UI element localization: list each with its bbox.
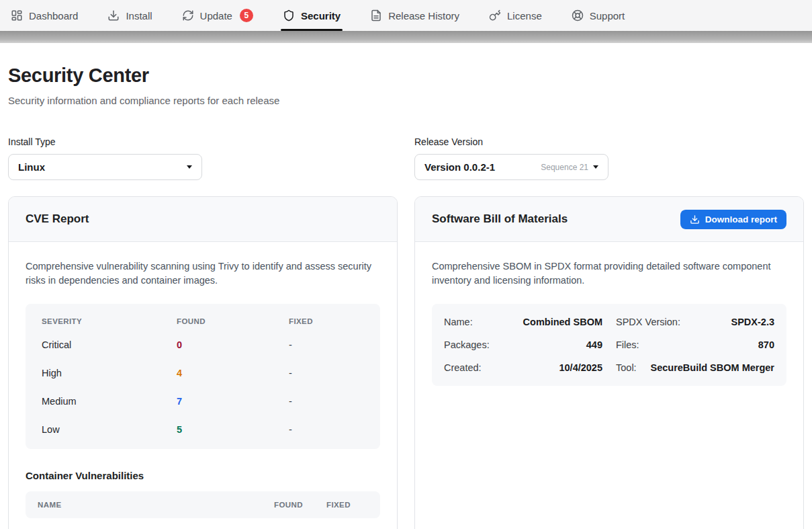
container-vulnerabilities-title: Container Vulnerabilities	[26, 470, 380, 481]
detail-label: Files:	[616, 339, 639, 350]
page-subtitle: Security information and compliance repo…	[8, 95, 804, 106]
detail-value: SPDX-2.3	[731, 317, 774, 327]
install-type-select[interactable]: Linux	[8, 154, 202, 180]
nav-item-release-history[interactable]: Release History	[370, 0, 459, 31]
severity-table-header: Severity Found Fixed	[26, 308, 380, 331]
nav-label: Update	[200, 10, 232, 22]
severity-label: High	[42, 368, 177, 378]
found-count: 7	[177, 396, 289, 407]
found-count: 5	[177, 424, 289, 435]
table-row-high: High 4 -	[26, 359, 380, 387]
sbom-detail-created: Created: 10/4/2025	[444, 356, 602, 379]
release-version-select[interactable]: Version 0.0.2-1 Sequence 21	[414, 154, 608, 180]
download-icon	[107, 9, 120, 22]
sbom-detail-spdx-version: SPDX Version: SPDX-2.3	[616, 311, 774, 333]
refresh-icon	[182, 9, 194, 22]
detail-value: Combined SBOM	[523, 317, 602, 327]
install-type-label: Install Type	[8, 136, 398, 147]
release-version-label: Release Version	[414, 136, 804, 147]
security-center-page: Security Center Security information and…	[0, 43, 812, 529]
nav-label: Release History	[388, 10, 459, 22]
sbom-card-header: Software Bill of Materials Download repo…	[415, 197, 803, 242]
col-found: Found	[177, 317, 289, 325]
detail-value: 870	[758, 339, 774, 350]
nav-item-dashboard[interactable]: Dashboard	[11, 0, 78, 31]
install-type-filter: Install Type Linux	[8, 136, 398, 180]
sbom-card-title: Software Bill of Materials	[432, 212, 568, 226]
release-version-value: Version 0.0.2-1	[424, 161, 495, 173]
col-name: Name	[38, 501, 274, 509]
detail-label: Packages:	[444, 339, 490, 350]
severity-label: Critical	[42, 339, 177, 350]
nav-item-security[interactable]: Security	[283, 0, 341, 31]
found-count: 0	[177, 339, 289, 350]
nav-label: Support	[590, 10, 625, 22]
container-vulnerabilities-header: Name Found Fixed	[26, 491, 380, 518]
download-report-button[interactable]: Download report	[680, 210, 786, 229]
chevron-down-icon	[593, 165, 598, 169]
col-severity: Severity	[42, 317, 177, 325]
nav-item-install[interactable]: Install	[107, 0, 152, 31]
severity-label: Medium	[42, 396, 177, 407]
detail-value: 10/4/2025	[559, 362, 602, 373]
fixed-count: -	[289, 396, 364, 407]
document-icon	[370, 9, 382, 22]
table-row-critical: Critical 0 -	[26, 331, 380, 359]
sequence-meta: Sequence 21	[541, 163, 588, 172]
update-count-badge: 5	[240, 9, 253, 22]
release-version-filter: Release Version Version 0.0.2-1 Sequence…	[414, 136, 804, 180]
chevron-down-icon	[187, 165, 192, 169]
detail-label: Created:	[444, 362, 482, 373]
found-count: 4	[177, 368, 289, 378]
nav-shadow-band	[0, 31, 812, 43]
sbom-detail-name: Name: Combined SBOM	[444, 311, 602, 333]
life-buoy-icon	[572, 9, 584, 22]
cve-report-card: CVE Report Comprehensive vulnerability s…	[8, 196, 398, 529]
cve-description: Comprehensive vulnerability scanning usi…	[26, 259, 375, 288]
top-navigation: Dashboard Install Update 5 Security Rele…	[0, 0, 812, 31]
nav-label: Security	[301, 10, 341, 22]
sbom-card: Software Bill of Materials Download repo…	[414, 196, 804, 529]
cve-card-title: CVE Report	[26, 212, 89, 226]
report-cards: CVE Report Comprehensive vulnerability s…	[8, 196, 804, 529]
detail-value: SecureBuild SBOM Merger	[650, 362, 774, 373]
nav-item-license[interactable]: License	[489, 0, 542, 31]
key-icon	[489, 9, 501, 22]
nav-label: License	[507, 10, 542, 22]
col-found: Found	[274, 501, 326, 509]
fixed-count: -	[289, 424, 364, 435]
detail-label: Name:	[444, 317, 473, 327]
filters-row: Install Type Linux Release Version Versi…	[8, 136, 804, 180]
sbom-details-grid: Name: Combined SBOM SPDX Version: SPDX-2…	[432, 304, 786, 386]
cve-card-body: Comprehensive vulnerability scanning usi…	[9, 242, 397, 529]
table-row-medium: Medium 7 -	[26, 387, 380, 415]
sbom-detail-tool: Tool: SecureBuild SBOM Merger	[616, 356, 774, 379]
fixed-count: -	[289, 368, 364, 378]
cve-card-header: CVE Report	[9, 197, 397, 242]
sbom-detail-packages: Packages: 449	[444, 333, 602, 356]
download-report-label: Download report	[705, 214, 777, 225]
install-type-value: Linux	[18, 161, 45, 173]
table-row-low: Low 5 -	[26, 415, 380, 444]
col-fixed: Fixed	[326, 501, 368, 509]
nav-label: Dashboard	[29, 10, 78, 22]
severity-table: Severity Found Fixed Critical 0 - High 4…	[26, 304, 380, 449]
detail-value: 449	[586, 339, 602, 350]
sbom-card-body: Comprehensive SBOM in SPDX format provid…	[415, 242, 803, 403]
shield-icon	[283, 9, 295, 22]
detail-label: Tool:	[616, 362, 637, 373]
detail-label: SPDX Version:	[616, 317, 680, 327]
dashboard-icon	[11, 9, 23, 22]
severity-label: Low	[42, 424, 177, 435]
sbom-detail-files: Files: 870	[616, 333, 774, 356]
col-fixed: Fixed	[289, 317, 364, 325]
nav-item-update[interactable]: Update 5	[182, 0, 253, 31]
page-title: Security Center	[8, 65, 804, 87]
nav-label: Install	[126, 10, 152, 22]
sbom-description: Comprehensive SBOM in SPDX format provid…	[432, 259, 781, 288]
nav-item-support[interactable]: Support	[572, 0, 625, 31]
download-icon	[690, 214, 700, 225]
fixed-count: -	[289, 339, 364, 350]
